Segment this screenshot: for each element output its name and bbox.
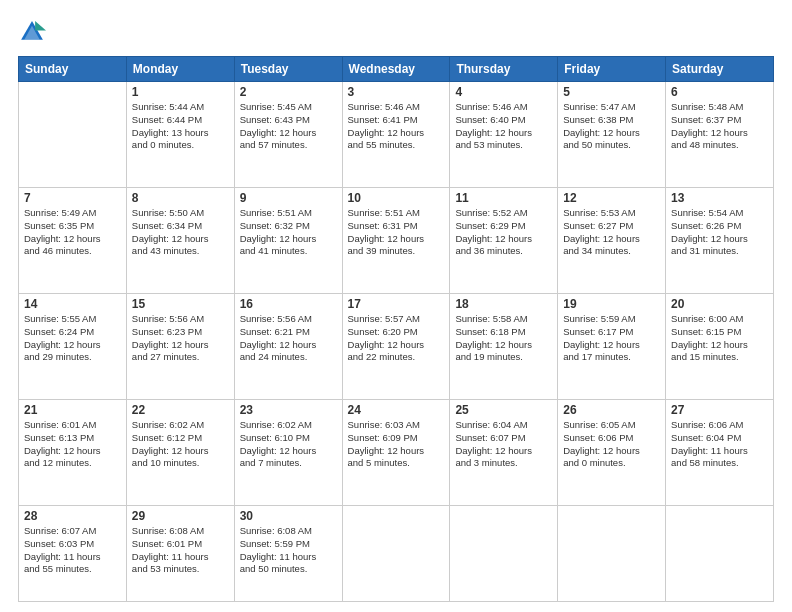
day-number: 21	[24, 403, 121, 417]
calendar-cell: 1Sunrise: 5:44 AM Sunset: 6:44 PM Daylig…	[126, 82, 234, 188]
calendar-cell	[342, 506, 450, 602]
day-info: Sunrise: 5:49 AM Sunset: 6:35 PM Dayligh…	[24, 207, 121, 258]
calendar-cell: 12Sunrise: 5:53 AM Sunset: 6:27 PM Dayli…	[558, 188, 666, 294]
day-info: Sunrise: 5:53 AM Sunset: 6:27 PM Dayligh…	[563, 207, 660, 258]
day-number: 23	[240, 403, 337, 417]
weekday-header: Friday	[558, 57, 666, 82]
page-header	[18, 18, 774, 46]
day-info: Sunrise: 5:56 AM Sunset: 6:23 PM Dayligh…	[132, 313, 229, 364]
day-number: 5	[563, 85, 660, 99]
calendar-cell: 23Sunrise: 6:02 AM Sunset: 6:10 PM Dayli…	[234, 400, 342, 506]
day-info: Sunrise: 5:55 AM Sunset: 6:24 PM Dayligh…	[24, 313, 121, 364]
day-info: Sunrise: 6:02 AM Sunset: 6:12 PM Dayligh…	[132, 419, 229, 470]
day-number: 12	[563, 191, 660, 205]
day-info: Sunrise: 5:44 AM Sunset: 6:44 PM Dayligh…	[132, 101, 229, 152]
day-number: 24	[348, 403, 445, 417]
calendar-cell	[666, 506, 774, 602]
day-info: Sunrise: 6:08 AM Sunset: 6:01 PM Dayligh…	[132, 525, 229, 576]
calendar-cell: 29Sunrise: 6:08 AM Sunset: 6:01 PM Dayli…	[126, 506, 234, 602]
day-number: 14	[24, 297, 121, 311]
calendar-week-row: 14Sunrise: 5:55 AM Sunset: 6:24 PM Dayli…	[19, 294, 774, 400]
calendar-cell: 4Sunrise: 5:46 AM Sunset: 6:40 PM Daylig…	[450, 82, 558, 188]
day-info: Sunrise: 5:45 AM Sunset: 6:43 PM Dayligh…	[240, 101, 337, 152]
weekday-header: Monday	[126, 57, 234, 82]
day-number: 9	[240, 191, 337, 205]
day-info: Sunrise: 5:56 AM Sunset: 6:21 PM Dayligh…	[240, 313, 337, 364]
calendar-cell	[558, 506, 666, 602]
calendar-week-row: 7Sunrise: 5:49 AM Sunset: 6:35 PM Daylig…	[19, 188, 774, 294]
day-info: Sunrise: 6:04 AM Sunset: 6:07 PM Dayligh…	[455, 419, 552, 470]
calendar-cell: 26Sunrise: 6:05 AM Sunset: 6:06 PM Dayli…	[558, 400, 666, 506]
day-info: Sunrise: 6:03 AM Sunset: 6:09 PM Dayligh…	[348, 419, 445, 470]
day-number: 18	[455, 297, 552, 311]
day-info: Sunrise: 6:01 AM Sunset: 6:13 PM Dayligh…	[24, 419, 121, 470]
day-number: 25	[455, 403, 552, 417]
day-info: Sunrise: 5:58 AM Sunset: 6:18 PM Dayligh…	[455, 313, 552, 364]
day-info: Sunrise: 5:50 AM Sunset: 6:34 PM Dayligh…	[132, 207, 229, 258]
calendar-cell: 10Sunrise: 5:51 AM Sunset: 6:31 PM Dayli…	[342, 188, 450, 294]
calendar-cell: 20Sunrise: 6:00 AM Sunset: 6:15 PM Dayli…	[666, 294, 774, 400]
calendar-week-row: 28Sunrise: 6:07 AM Sunset: 6:03 PM Dayli…	[19, 506, 774, 602]
calendar-week-row: 1Sunrise: 5:44 AM Sunset: 6:44 PM Daylig…	[19, 82, 774, 188]
svg-marker-2	[35, 21, 46, 30]
calendar-cell: 18Sunrise: 5:58 AM Sunset: 6:18 PM Dayli…	[450, 294, 558, 400]
calendar-cell: 25Sunrise: 6:04 AM Sunset: 6:07 PM Dayli…	[450, 400, 558, 506]
day-info: Sunrise: 5:48 AM Sunset: 6:37 PM Dayligh…	[671, 101, 768, 152]
day-number: 2	[240, 85, 337, 99]
calendar-cell: 22Sunrise: 6:02 AM Sunset: 6:12 PM Dayli…	[126, 400, 234, 506]
calendar-cell: 5Sunrise: 5:47 AM Sunset: 6:38 PM Daylig…	[558, 82, 666, 188]
day-info: Sunrise: 5:47 AM Sunset: 6:38 PM Dayligh…	[563, 101, 660, 152]
day-number: 7	[24, 191, 121, 205]
calendar-cell: 27Sunrise: 6:06 AM Sunset: 6:04 PM Dayli…	[666, 400, 774, 506]
day-number: 22	[132, 403, 229, 417]
day-info: Sunrise: 5:59 AM Sunset: 6:17 PM Dayligh…	[563, 313, 660, 364]
calendar-cell: 16Sunrise: 5:56 AM Sunset: 6:21 PM Dayli…	[234, 294, 342, 400]
day-number: 30	[240, 509, 337, 523]
calendar-cell: 6Sunrise: 5:48 AM Sunset: 6:37 PM Daylig…	[666, 82, 774, 188]
day-number: 13	[671, 191, 768, 205]
day-info: Sunrise: 5:51 AM Sunset: 6:32 PM Dayligh…	[240, 207, 337, 258]
day-info: Sunrise: 6:08 AM Sunset: 5:59 PM Dayligh…	[240, 525, 337, 576]
weekday-header: Sunday	[19, 57, 127, 82]
calendar-cell: 2Sunrise: 5:45 AM Sunset: 6:43 PM Daylig…	[234, 82, 342, 188]
day-info: Sunrise: 5:46 AM Sunset: 6:41 PM Dayligh…	[348, 101, 445, 152]
day-info: Sunrise: 6:05 AM Sunset: 6:06 PM Dayligh…	[563, 419, 660, 470]
day-info: Sunrise: 6:00 AM Sunset: 6:15 PM Dayligh…	[671, 313, 768, 364]
calendar-cell: 15Sunrise: 5:56 AM Sunset: 6:23 PM Dayli…	[126, 294, 234, 400]
calendar-cell: 14Sunrise: 5:55 AM Sunset: 6:24 PM Dayli…	[19, 294, 127, 400]
calendar-cell: 9Sunrise: 5:51 AM Sunset: 6:32 PM Daylig…	[234, 188, 342, 294]
day-number: 6	[671, 85, 768, 99]
day-number: 17	[348, 297, 445, 311]
day-info: Sunrise: 5:57 AM Sunset: 6:20 PM Dayligh…	[348, 313, 445, 364]
weekday-header: Wednesday	[342, 57, 450, 82]
calendar-cell: 19Sunrise: 5:59 AM Sunset: 6:17 PM Dayli…	[558, 294, 666, 400]
day-number: 19	[563, 297, 660, 311]
day-info: Sunrise: 5:52 AM Sunset: 6:29 PM Dayligh…	[455, 207, 552, 258]
day-number: 20	[671, 297, 768, 311]
day-info: Sunrise: 5:46 AM Sunset: 6:40 PM Dayligh…	[455, 101, 552, 152]
calendar-cell: 28Sunrise: 6:07 AM Sunset: 6:03 PM Dayli…	[19, 506, 127, 602]
calendar-cell: 8Sunrise: 5:50 AM Sunset: 6:34 PM Daylig…	[126, 188, 234, 294]
day-number: 10	[348, 191, 445, 205]
calendar-cell: 17Sunrise: 5:57 AM Sunset: 6:20 PM Dayli…	[342, 294, 450, 400]
calendar-cell: 13Sunrise: 5:54 AM Sunset: 6:26 PM Dayli…	[666, 188, 774, 294]
day-number: 8	[132, 191, 229, 205]
calendar-cell: 30Sunrise: 6:08 AM Sunset: 5:59 PM Dayli…	[234, 506, 342, 602]
calendar-week-row: 21Sunrise: 6:01 AM Sunset: 6:13 PM Dayli…	[19, 400, 774, 506]
day-number: 16	[240, 297, 337, 311]
calendar-cell: 21Sunrise: 6:01 AM Sunset: 6:13 PM Dayli…	[19, 400, 127, 506]
calendar-cell: 7Sunrise: 5:49 AM Sunset: 6:35 PM Daylig…	[19, 188, 127, 294]
day-number: 15	[132, 297, 229, 311]
weekday-header: Tuesday	[234, 57, 342, 82]
day-number: 29	[132, 509, 229, 523]
day-number: 4	[455, 85, 552, 99]
calendar-cell: 24Sunrise: 6:03 AM Sunset: 6:09 PM Dayli…	[342, 400, 450, 506]
day-info: Sunrise: 6:02 AM Sunset: 6:10 PM Dayligh…	[240, 419, 337, 470]
day-info: Sunrise: 5:54 AM Sunset: 6:26 PM Dayligh…	[671, 207, 768, 258]
day-number: 28	[24, 509, 121, 523]
day-number: 11	[455, 191, 552, 205]
calendar-cell	[450, 506, 558, 602]
day-info: Sunrise: 5:51 AM Sunset: 6:31 PM Dayligh…	[348, 207, 445, 258]
day-number: 26	[563, 403, 660, 417]
weekday-header-row: SundayMondayTuesdayWednesdayThursdayFrid…	[19, 57, 774, 82]
